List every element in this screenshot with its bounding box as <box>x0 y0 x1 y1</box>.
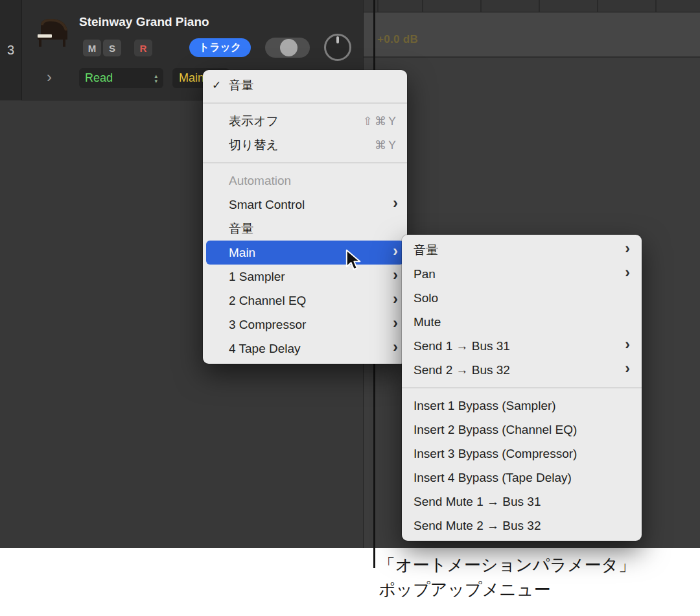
menu-item-smart-control[interactable]: Smart Control› <box>206 193 404 217</box>
submenu-item-insert-3-bypass[interactable]: Insert 3 Bypass (Compressor) <box>405 442 638 466</box>
automation-target-button[interactable]: トラック <box>189 38 251 57</box>
menu-item-label: Insert 2 Bypass (Channel EQ) <box>414 423 630 437</box>
submenu-item-send-mute-1[interactable]: Send Mute 1 → Bus 31 <box>405 490 638 514</box>
submenu-item-send-2[interactable]: Send 2 → Bus 32› <box>405 358 638 382</box>
menu-item-label: 2 Channel EQ <box>229 294 382 308</box>
automation-db-value: +0.0 dB <box>377 33 418 46</box>
main-parameter-submenu: 音量›Pan›SoloMuteSend 1 → Bus 31›Send 2 → … <box>402 235 642 541</box>
submenu-arrow-icon: › <box>625 361 630 376</box>
screenshot-stage: +0.0 dB 3 Steinway Grand Piano M S R トラッ… <box>0 0 700 616</box>
menu-item-label: Pan <box>414 267 614 281</box>
toggle-knob <box>280 39 298 56</box>
caption-line-1: 「オートメーションパラメータ」 <box>379 552 635 577</box>
menu-item-label: Send Mute 2 → Bus 32 <box>414 519 630 533</box>
menu-item-label: Send 2 → Bus 32 <box>414 363 614 377</box>
menu-header-automation: Automation <box>206 169 404 193</box>
menu-item-label: 音量 <box>414 242 614 259</box>
menu-item-label: Insert 3 Bypass (Compressor) <box>414 447 630 461</box>
track-number: 3 <box>0 0 22 101</box>
submenu-item-insert-4-bypass[interactable]: Insert 4 Bypass (Tape Delay) <box>405 466 638 490</box>
menu-separator <box>203 162 407 163</box>
menu-item-shortcut: ⇧⌘Y <box>363 114 398 128</box>
track-on-off-toggle[interactable] <box>265 38 310 58</box>
menu-item-3-compressor[interactable]: 3 Compressor› <box>206 313 404 337</box>
submenu-item-mute[interactable]: Mute <box>405 310 638 334</box>
menu-item-label: 音量 <box>229 77 398 94</box>
menu-item-label: Send 1 → Bus 31 <box>414 339 614 353</box>
mouse-cursor-icon <box>344 249 362 271</box>
timeline-ruler[interactable] <box>364 0 700 12</box>
track-name: Steinway Grand Piano <box>79 15 209 29</box>
menu-item-label: Insert 1 Bypass (Sampler) <box>414 399 630 413</box>
rotary-knob[interactable] <box>324 34 351 61</box>
menu-item-shortcut: ⌘Y <box>375 138 398 152</box>
menu-item-label: Automation <box>229 174 398 188</box>
track-disclosure-button[interactable]: › <box>47 67 52 87</box>
automation-mode-select[interactable]: Read ▴ ▾ <box>79 68 163 88</box>
menu-item-label: Send Mute 1 → Bus 31 <box>414 495 630 509</box>
submenu-arrow-icon: › <box>393 196 398 211</box>
menu-item-2-channel-eq[interactable]: 2 Channel EQ› <box>206 289 404 313</box>
menu-item-label: 表示オフ <box>229 113 346 130</box>
submenu-item-send-mute-2[interactable]: Send Mute 2 → Bus 32 <box>405 514 638 538</box>
submenu-arrow-icon: › <box>393 316 398 331</box>
menu-item-main[interactable]: Main› <box>206 241 404 265</box>
menu-item-label: 切り替え <box>229 137 358 154</box>
menu-item-4-tape-delay[interactable]: 4 Tape Delay› <box>206 337 404 361</box>
menu-item-label: Insert 4 Bypass (Tape Delay) <box>414 471 630 485</box>
menu-item-label: 音量 <box>229 220 398 237</box>
record-enable-button[interactable]: R <box>134 40 152 56</box>
submenu-arrow-icon: › <box>625 241 630 256</box>
submenu-arrow-icon: › <box>393 244 398 259</box>
submenu-item-pan[interactable]: Pan› <box>405 262 638 286</box>
submenu-item-solo[interactable]: Solo <box>405 286 638 310</box>
submenu-item-insert-2-bypass[interactable]: Insert 2 Bypass (Channel EQ) <box>405 418 638 442</box>
submenu-arrow-icon: › <box>625 265 630 280</box>
menu-item-volume-current[interactable]: ✓音量 <box>206 73 404 97</box>
submenu-arrow-icon: › <box>393 340 398 355</box>
automation-parameter-label: Main <box>179 71 204 85</box>
menu-separator <box>203 102 407 104</box>
figure-caption: 「オートメーションパラメータ」 ポップアップメニュー <box>379 552 635 602</box>
solo-button[interactable]: S <box>103 40 121 56</box>
submenu-arrow-icon: › <box>625 337 630 352</box>
menu-separator <box>402 387 642 388</box>
menu-item-label: 1 Sampler <box>229 270 382 284</box>
submenu-arrow-icon: › <box>393 268 398 283</box>
stepper-icon: ▴ ▾ <box>154 73 158 84</box>
mute-button[interactable]: M <box>83 40 101 56</box>
menu-item-label: 4 Tape Delay <box>229 342 382 356</box>
checkmark-icon: ✓ <box>212 78 229 92</box>
menu-item-volume[interactable]: 音量 <box>206 217 404 241</box>
menu-item-label: 3 Compressor <box>229 318 382 332</box>
menu-item-label: Mute <box>414 315 630 329</box>
submenu-item-insert-1-bypass[interactable]: Insert 1 Bypass (Sampler) <box>405 394 638 418</box>
menu-item-label: Smart Control <box>229 198 382 212</box>
disclosure-chevron-icon: › <box>47 68 52 86</box>
submenu-arrow-icon: › <box>393 292 398 307</box>
menu-item-toggle[interactable]: 切り替え⌘Y <box>206 133 404 157</box>
submenu-item-volume[interactable]: 音量› <box>405 238 638 262</box>
caption-line-2: ポップアップメニュー <box>379 577 635 602</box>
submenu-item-send-1[interactable]: Send 1 → Bus 31› <box>405 334 638 358</box>
stepper-down-icon: ▾ <box>154 78 158 84</box>
piano-icon <box>32 16 71 51</box>
menu-item-hide[interactable]: 表示オフ⇧⌘Y <box>206 109 404 133</box>
automation-parameter-menu: ✓音量表示オフ⇧⌘Y切り替え⌘YAutomationSmart Control›… <box>203 70 407 364</box>
automation-mode-label: Read <box>85 71 154 85</box>
menu-item-label: Solo <box>414 291 630 305</box>
menu-item-1-sampler[interactable]: 1 Sampler› <box>206 265 404 289</box>
